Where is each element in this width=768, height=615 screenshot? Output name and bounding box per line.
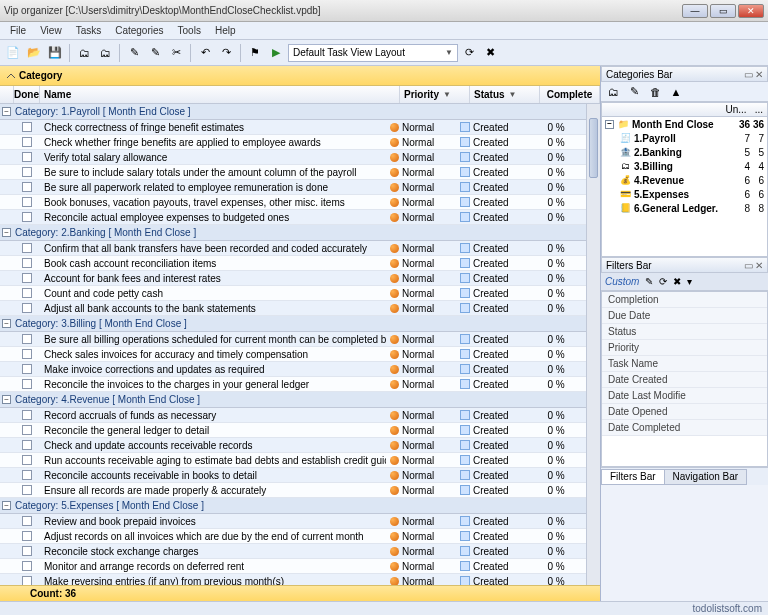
done-checkbox[interactable] bbox=[22, 379, 32, 389]
done-checkbox[interactable] bbox=[22, 576, 32, 585]
col-name[interactable]: Name bbox=[40, 86, 400, 103]
task-row[interactable]: Make invoice corrections and updates as … bbox=[0, 362, 586, 377]
menu-help[interactable]: Help bbox=[209, 23, 242, 38]
done-checkbox[interactable] bbox=[22, 152, 32, 162]
tree-node[interactable]: 💳 5.Expenses 6 6 bbox=[602, 187, 767, 201]
task-row[interactable]: Reconcile actual employee expenses to bu… bbox=[0, 210, 586, 225]
group-row[interactable]: −Category: 3.Billing [ Month End Close ] bbox=[0, 316, 586, 332]
task-row[interactable]: Run accounts receivable aging to estimat… bbox=[0, 453, 586, 468]
menu-categories[interactable]: Categories bbox=[109, 23, 169, 38]
tree-node[interactable]: 📒 6.General Ledger. 8 8 bbox=[602, 201, 767, 215]
maximize-button[interactable]: ▭ bbox=[710, 4, 736, 18]
toolbar-refresh-icon[interactable]: ⟳ bbox=[461, 44, 479, 62]
task-row[interactable]: Review and book prepaid invoices Normal … bbox=[0, 514, 586, 529]
task-row[interactable]: Check and update accounts receivable rec… bbox=[0, 438, 586, 453]
task-row[interactable]: Reconcile the general ledger to detail N… bbox=[0, 423, 586, 438]
filter-row[interactable]: Date Completed bbox=[602, 420, 767, 436]
filter-edit-icon[interactable]: ✎ bbox=[645, 276, 653, 287]
minimize-button[interactable]: — bbox=[682, 4, 708, 18]
toolbar-folder2-icon[interactable]: 🗂 bbox=[96, 44, 114, 62]
done-checkbox[interactable] bbox=[22, 364, 32, 374]
cat-up-icon[interactable]: ▲ bbox=[667, 83, 685, 101]
menu-view[interactable]: View bbox=[34, 23, 68, 38]
filter-row[interactable]: Date Created bbox=[602, 372, 767, 388]
done-checkbox[interactable] bbox=[22, 288, 32, 298]
tree-root[interactable]: − 📁 Month End Close 36 36 bbox=[602, 117, 767, 131]
filter-row[interactable]: Task Name bbox=[602, 356, 767, 372]
menu-tools[interactable]: Tools bbox=[172, 23, 207, 38]
tree-node[interactable]: 💰 4.Revenue 6 6 bbox=[602, 173, 767, 187]
pane-close-icon[interactable]: ✕ bbox=[755, 260, 763, 271]
task-row[interactable]: Ensure all records are made properly & a… bbox=[0, 483, 586, 498]
task-row[interactable]: Account for bank fees and interest rates… bbox=[0, 271, 586, 286]
cat-edit-icon[interactable]: ✎ bbox=[625, 83, 643, 101]
done-checkbox[interactable] bbox=[22, 485, 32, 495]
task-row[interactable]: Be sure all billing operations scheduled… bbox=[0, 332, 586, 347]
task-row[interactable]: Reconcile the invoices to the charges in… bbox=[0, 377, 586, 392]
filter-more-icon[interactable]: ▾ bbox=[687, 276, 692, 287]
toolbar-redo-icon[interactable]: ↷ bbox=[217, 44, 235, 62]
task-row[interactable]: Count and code petty cash Normal Created… bbox=[0, 286, 586, 301]
collapse-icon[interactable]: − bbox=[2, 228, 11, 237]
pane-maximize-icon[interactable]: ▭ bbox=[744, 260, 753, 271]
done-checkbox[interactable] bbox=[22, 137, 32, 147]
toolbar-edit2-icon[interactable]: ✎ bbox=[146, 44, 164, 62]
toolbar-filter-icon[interactable]: ⚑ bbox=[246, 44, 264, 62]
task-row[interactable]: Check sales invoices for accuracy and ti… bbox=[0, 347, 586, 362]
done-checkbox[interactable] bbox=[22, 531, 32, 541]
menu-file[interactable]: File bbox=[4, 23, 32, 38]
task-row[interactable]: Book bonuses, vacation payouts, travel e… bbox=[0, 195, 586, 210]
task-row[interactable]: Be sure to include salary totals under t… bbox=[0, 165, 586, 180]
cat-new-icon[interactable]: 🗂 bbox=[604, 83, 622, 101]
filters-custom[interactable]: Custom bbox=[605, 276, 639, 287]
task-row[interactable]: Reconcile stock exchange charges Normal … bbox=[0, 544, 586, 559]
done-checkbox[interactable] bbox=[22, 440, 32, 450]
layout-selector[interactable]: Default Task View Layout ▼ bbox=[288, 44, 458, 62]
category-strip[interactable]: Category bbox=[0, 66, 600, 86]
done-checkbox[interactable] bbox=[22, 546, 32, 556]
task-row[interactable]: Reconcile accounts receivable in books t… bbox=[0, 468, 586, 483]
toolbar-save-icon[interactable]: 💾 bbox=[46, 44, 64, 62]
filter-refresh-icon[interactable]: ⟳ bbox=[659, 276, 667, 287]
task-row[interactable]: Adjust all bank accounts to the bank sta… bbox=[0, 301, 586, 316]
tab-navigation-bar[interactable]: Navigation Bar bbox=[664, 469, 748, 485]
tree-node[interactable]: 🧾 1.Payroll 7 7 bbox=[602, 131, 767, 145]
toolbar-open-icon[interactable]: 📂 bbox=[25, 44, 43, 62]
task-row[interactable]: Be sure all paperwork related to employe… bbox=[0, 180, 586, 195]
toolbar-new-icon[interactable]: 📄 bbox=[4, 44, 22, 62]
done-checkbox[interactable] bbox=[22, 258, 32, 268]
task-row[interactable]: Book cash account reconciliation items N… bbox=[0, 256, 586, 271]
task-row[interactable]: Adjust records on all invoices which are… bbox=[0, 529, 586, 544]
col-status[interactable]: Status▼ bbox=[470, 86, 540, 103]
task-row[interactable]: Monitor and arrange records on deferred … bbox=[0, 559, 586, 574]
done-checkbox[interactable] bbox=[22, 455, 32, 465]
collapse-icon[interactable]: − bbox=[2, 501, 11, 510]
filter-row[interactable]: Due Date bbox=[602, 308, 767, 324]
done-checkbox[interactable] bbox=[22, 182, 32, 192]
toolbar-folder-icon[interactable]: 🗂 bbox=[75, 44, 93, 62]
tab-filters-bar[interactable]: Filters Bar bbox=[601, 469, 665, 485]
task-row[interactable]: Check whether fringe benefits are applie… bbox=[0, 135, 586, 150]
group-row[interactable]: −Category: 1.Payroll [ Month End Close ] bbox=[0, 104, 586, 120]
toolbar-undo-icon[interactable]: ↶ bbox=[196, 44, 214, 62]
vertical-scrollbar[interactable] bbox=[586, 104, 600, 585]
filter-clear-icon[interactable]: ✖ bbox=[673, 276, 681, 287]
col-done[interactable]: Done bbox=[14, 86, 40, 103]
toolbar-go-icon[interactable]: ▶ bbox=[267, 44, 285, 62]
done-checkbox[interactable] bbox=[22, 167, 32, 177]
toolbar-delete-icon[interactable]: ✂ bbox=[167, 44, 185, 62]
toolbar-x-icon[interactable]: ✖ bbox=[482, 44, 500, 62]
done-checkbox[interactable] bbox=[22, 243, 32, 253]
task-row[interactable]: Record accruals of funds as necessary No… bbox=[0, 408, 586, 423]
done-checkbox[interactable] bbox=[22, 122, 32, 132]
collapse-icon[interactable]: − bbox=[2, 107, 11, 116]
group-row[interactable]: −Category: 5.Expenses [ Month End Close … bbox=[0, 498, 586, 514]
done-checkbox[interactable] bbox=[22, 425, 32, 435]
filter-row[interactable]: Date Opened bbox=[602, 404, 767, 420]
filter-row[interactable]: Completion bbox=[602, 292, 767, 308]
col-complete[interactable]: Complete bbox=[540, 86, 600, 103]
task-row[interactable]: Make reversing entries (if any) from pre… bbox=[0, 574, 586, 585]
done-checkbox[interactable] bbox=[22, 212, 32, 222]
collapse-icon[interactable]: − bbox=[2, 319, 11, 328]
done-checkbox[interactable] bbox=[22, 410, 32, 420]
